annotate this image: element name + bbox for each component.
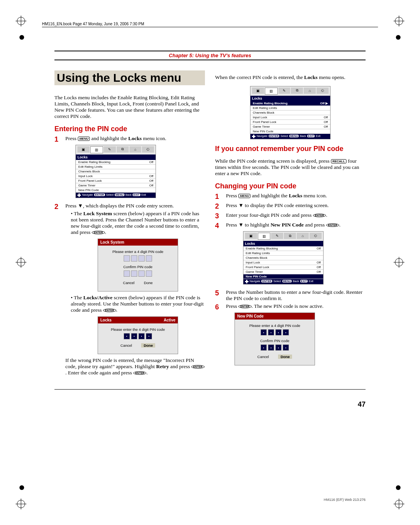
enter-key-icon: ENTER [313,214,326,217]
change-step-5: 5Press the Number buttons to enter a new… [215,289,366,302]
enter-key-icon: ENTER [191,365,205,369]
reg-mark [19,35,24,40]
page-number: 47 [358,400,366,409]
dialog-lock-system: Lock System Please enter a 4 digit PIN c… [98,239,178,291]
left-column: Using the Locks menu The Locks menu incl… [54,70,205,378]
step-2: 2 Press ▼, which displays the PIN code e… [54,203,205,376]
change-step-3: 3Enter your four-digit PIN code and pres… [215,212,366,220]
intro-paragraph: The Locks menu includes the Enable Ratin… [54,95,205,119]
page-title: Using the Locks menu [54,70,205,85]
section-forgot-pin: If you cannot remember your PIN code [215,145,366,153]
change-step-1: 1Press MENU and highlight the Locks menu… [215,193,366,201]
recall-key-icon: RECALL [331,159,346,163]
crop-mark-icon [16,16,26,26]
enter-key-icon: ENTER [92,231,105,234]
right-column: When the correct PIN code is entered, th… [215,70,366,378]
menu-key-icon: MENU [78,137,90,141]
crop-mark-icon [394,16,404,26]
osd-locks-menu-enable-selected: ▣▥✎⧉⌂⏲ Locks Enable Rating BlockingOff ▶… [250,86,331,139]
change-step-4: 4Press ▼ to highlight New PIN Code and p… [215,222,366,288]
footer-code: HM116 (E/F) Web 213:276 [324,498,366,502]
enter-key-icon: ENTER [238,305,252,308]
page-content: Chapter 5: Using the TV's features Using… [54,51,366,413]
reg-mark [396,485,401,490]
osd-locks-menu: ▣▥✎⧉⌂⏲ Locks Enable Rating BlockingOff E… [75,145,156,198]
section-change-pin: Changing your PIN code [215,182,366,190]
enter-key-icon: ENTER [326,223,340,227]
enter-key-icon: ENTER [133,371,147,375]
enter-key-icon: ENTER [103,309,116,312]
crop-mark-icon [16,257,26,268]
crop-mark-icon [16,499,26,509]
reg-mark [396,35,401,40]
section-entering-pin: Entering the PIN code [54,125,205,133]
reg-mark [19,485,24,490]
change-step-2: 2Press ▼ to display the PIN code enterin… [215,202,366,211]
change-step-6: 6Press ENTER. The new PIN code is now ac… [215,303,366,369]
crop-mark-icon [394,499,404,509]
book-header: HM116_EN.book Page 47 Monday, June 19, 2… [42,22,378,27]
menu-key-icon: MENU [238,194,251,198]
dialog-locks-active: LocksActive Please enter the 4 digit PIN… [98,316,178,354]
crop-mark-icon [394,257,404,268]
step-1: 1 Press MENU and highlight the Locks men… [54,135,205,201]
chapter-header: Chapter 5: Using the TV's features [54,51,366,60]
osd-locks-menu-newpin-selected: ▣▥✎⧉⌂⏲ Locks Enable Rating BlockingOff E… [243,231,324,284]
dialog-new-pin: New PIN Code Please enter a 4 digit PIN … [234,313,315,365]
